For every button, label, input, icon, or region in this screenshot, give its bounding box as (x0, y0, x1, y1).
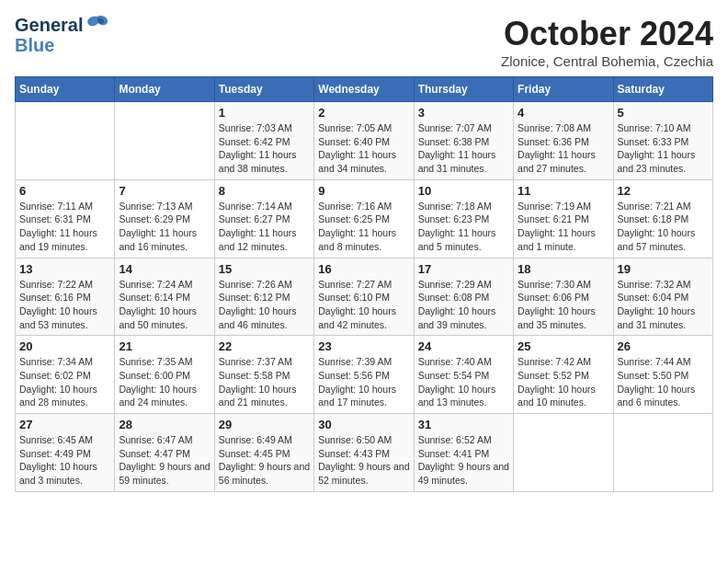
week-row-2: 6Sunrise: 7:11 AM Sunset: 6:31 PM Daylig… (16, 179, 713, 258)
calendar-cell: 22Sunrise: 7:37 AM Sunset: 5:58 PM Dayli… (214, 336, 313, 414)
header-monday: Monday (115, 77, 214, 102)
calendar-cell: 18Sunrise: 7:30 AM Sunset: 6:06 PM Dayli… (514, 258, 613, 336)
calendar-cell: 19Sunrise: 7:32 AM Sunset: 6:04 PM Dayli… (613, 258, 712, 336)
day-number: 17 (418, 262, 509, 276)
calendar-cell (16, 102, 115, 180)
day-number: 31 (418, 418, 509, 431)
day-number: 16 (318, 262, 409, 276)
logo-bird-icon (85, 15, 110, 35)
day-info: Sunrise: 6:47 AM Sunset: 4:47 PM Dayligh… (119, 433, 210, 488)
day-info: Sunrise: 7:21 AM Sunset: 6:18 PM Dayligh… (618, 200, 709, 254)
calendar-cell: 16Sunrise: 7:27 AM Sunset: 6:10 PM Dayli… (314, 258, 414, 336)
day-info: Sunrise: 7:26 AM Sunset: 6:12 PM Dayligh… (219, 278, 310, 332)
day-info: Sunrise: 7:37 AM Sunset: 5:58 PM Dayligh… (219, 355, 310, 409)
logo: General Blue (15, 15, 110, 56)
day-number: 26 (618, 339, 709, 353)
logo-general: General (15, 16, 83, 34)
header-friday: Friday (514, 77, 613, 102)
header-thursday: Thursday (414, 77, 513, 102)
day-number: 22 (219, 339, 310, 353)
calendar-cell: 27Sunrise: 6:45 AM Sunset: 4:49 PM Dayli… (16, 414, 115, 492)
calendar-cell (613, 414, 712, 492)
day-number: 24 (418, 339, 509, 353)
calendar-cell: 11Sunrise: 7:19 AM Sunset: 6:21 PM Dayli… (514, 179, 613, 258)
week-row-3: 13Sunrise: 7:22 AM Sunset: 6:16 PM Dayli… (16, 258, 713, 336)
calendar-cell: 23Sunrise: 7:39 AM Sunset: 5:56 PM Dayli… (314, 336, 414, 414)
page-header: General Blue October 2024 Zlonice, Centr… (15, 15, 713, 69)
day-number: 18 (518, 262, 609, 276)
day-info: Sunrise: 7:07 AM Sunset: 6:38 PM Dayligh… (418, 121, 509, 176)
day-number: 23 (318, 339, 409, 353)
calendar-cell: 7Sunrise: 7:13 AM Sunset: 6:29 PM Daylig… (115, 179, 214, 258)
day-info: Sunrise: 7:40 AM Sunset: 5:54 PM Dayligh… (418, 355, 509, 409)
day-number: 19 (618, 262, 709, 276)
day-number: 2 (318, 106, 409, 120)
calendar-cell: 17Sunrise: 7:29 AM Sunset: 6:08 PM Dayli… (414, 258, 513, 336)
calendar-cell: 10Sunrise: 7:18 AM Sunset: 6:23 PM Dayli… (414, 179, 513, 258)
day-info: Sunrise: 6:50 AM Sunset: 4:43 PM Dayligh… (318, 433, 409, 488)
day-number: 25 (518, 339, 609, 353)
day-number: 12 (618, 184, 709, 198)
day-info: Sunrise: 7:39 AM Sunset: 5:56 PM Dayligh… (318, 355, 409, 409)
day-number: 7 (119, 184, 210, 198)
header-row: SundayMondayTuesdayWednesdayThursdayFrid… (16, 77, 713, 102)
day-info: Sunrise: 7:08 AM Sunset: 6:36 PM Dayligh… (518, 121, 609, 176)
calendar-cell: 15Sunrise: 7:26 AM Sunset: 6:12 PM Dayli… (214, 258, 313, 336)
day-number: 28 (119, 418, 210, 431)
day-number: 27 (19, 418, 110, 431)
day-number: 6 (19, 184, 110, 198)
day-number: 8 (219, 184, 310, 198)
day-number: 10 (418, 184, 509, 198)
day-info: Sunrise: 6:49 AM Sunset: 4:45 PM Dayligh… (219, 433, 310, 488)
calendar-cell (115, 102, 214, 180)
header-sunday: Sunday (16, 77, 115, 102)
day-number: 20 (19, 339, 110, 353)
calendar-cell: 5Sunrise: 7:10 AM Sunset: 6:33 PM Daylig… (613, 102, 712, 180)
day-info: Sunrise: 7:29 AM Sunset: 6:08 PM Dayligh… (418, 278, 509, 332)
calendar-cell: 26Sunrise: 7:44 AM Sunset: 5:50 PM Dayli… (613, 336, 712, 414)
week-row-4: 20Sunrise: 7:34 AM Sunset: 6:02 PM Dayli… (16, 336, 713, 414)
header-wednesday: Wednesday (314, 77, 414, 102)
day-info: Sunrise: 7:18 AM Sunset: 6:23 PM Dayligh… (418, 200, 509, 254)
day-number: 1 (219, 106, 310, 120)
calendar-cell: 21Sunrise: 7:35 AM Sunset: 6:00 PM Dayli… (115, 336, 214, 414)
day-info: Sunrise: 7:14 AM Sunset: 6:27 PM Dayligh… (219, 200, 310, 254)
calendar-cell: 9Sunrise: 7:16 AM Sunset: 6:25 PM Daylig… (314, 179, 414, 258)
day-number: 9 (318, 184, 409, 198)
day-number: 14 (119, 262, 210, 276)
calendar-cell: 3Sunrise: 7:07 AM Sunset: 6:38 PM Daylig… (414, 102, 513, 180)
day-info: Sunrise: 6:45 AM Sunset: 4:49 PM Dayligh… (19, 433, 110, 488)
location: Zlonice, Central Bohemia, Czechia (501, 53, 713, 69)
day-info: Sunrise: 7:05 AM Sunset: 6:40 PM Dayligh… (318, 121, 409, 176)
calendar-cell: 20Sunrise: 7:34 AM Sunset: 6:02 PM Dayli… (16, 336, 115, 414)
calendar-table: SundayMondayTuesdayWednesdayThursdayFrid… (15, 76, 713, 492)
day-info: Sunrise: 7:03 AM Sunset: 6:42 PM Dayligh… (219, 121, 310, 176)
day-info: Sunrise: 7:19 AM Sunset: 6:21 PM Dayligh… (518, 200, 609, 254)
calendar-cell: 31Sunrise: 6:52 AM Sunset: 4:41 PM Dayli… (414, 414, 513, 492)
day-number: 11 (518, 184, 609, 198)
day-info: Sunrise: 7:16 AM Sunset: 6:25 PM Dayligh… (318, 200, 409, 254)
day-number: 4 (518, 106, 609, 120)
day-info: Sunrise: 7:10 AM Sunset: 6:33 PM Dayligh… (618, 121, 709, 176)
calendar-cell: 30Sunrise: 6:50 AM Sunset: 4:43 PM Dayli… (314, 414, 414, 492)
calendar-cell: 28Sunrise: 6:47 AM Sunset: 4:47 PM Dayli… (115, 414, 214, 492)
day-number: 30 (318, 418, 409, 431)
calendar-cell: 1Sunrise: 7:03 AM Sunset: 6:42 PM Daylig… (214, 102, 313, 180)
calendar-body: 1Sunrise: 7:03 AM Sunset: 6:42 PM Daylig… (16, 102, 713, 492)
day-number: 21 (119, 339, 210, 353)
day-info: Sunrise: 6:52 AM Sunset: 4:41 PM Dayligh… (418, 433, 509, 488)
day-number: 3 (418, 106, 509, 120)
calendar-cell: 29Sunrise: 6:49 AM Sunset: 4:45 PM Dayli… (214, 414, 313, 492)
day-info: Sunrise: 7:27 AM Sunset: 6:10 PM Dayligh… (318, 278, 409, 332)
day-number: 13 (19, 262, 110, 276)
calendar-cell: 14Sunrise: 7:24 AM Sunset: 6:14 PM Dayli… (115, 258, 214, 336)
header-saturday: Saturday (613, 77, 712, 102)
day-info: Sunrise: 7:11 AM Sunset: 6:31 PM Dayligh… (19, 200, 110, 254)
day-info: Sunrise: 7:32 AM Sunset: 6:04 PM Dayligh… (618, 278, 709, 332)
calendar-header: SundayMondayTuesdayWednesdayThursdayFrid… (16, 77, 713, 102)
calendar-cell: 24Sunrise: 7:40 AM Sunset: 5:54 PM Dayli… (414, 336, 513, 414)
day-info: Sunrise: 7:13 AM Sunset: 6:29 PM Dayligh… (119, 200, 210, 254)
day-number: 5 (618, 106, 709, 120)
day-info: Sunrise: 7:42 AM Sunset: 5:52 PM Dayligh… (518, 355, 609, 409)
day-number: 15 (219, 262, 310, 276)
